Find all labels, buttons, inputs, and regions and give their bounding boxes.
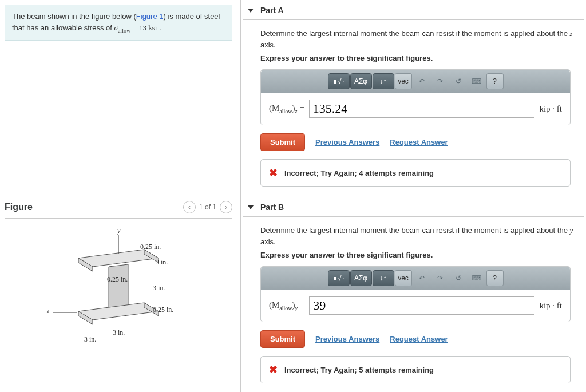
part-b-feedback-text: Incorrect; Try Again; 5 attempts remaini… bbox=[284, 366, 434, 374]
part-b-instruction: Determine the largest internal moment th… bbox=[260, 225, 584, 247]
part-a-answer-box: ∎√▫ ΑΣφ ↓↑ vec ↶ ↷ ↺ ⌨ ? (Mallow)z = kip… bbox=[260, 69, 571, 125]
z-axis-label: z bbox=[47, 307, 50, 315]
subscript-button[interactable]: ↓↑ bbox=[373, 270, 394, 286]
equation-toolbar-a: ∎√▫ ΑΣφ ↓↑ vec ↶ ↷ ↺ ⌨ ? bbox=[261, 70, 570, 93]
dim-025-bot: 0.25 in. bbox=[153, 306, 173, 314]
part-a-submit-button[interactable]: Submit bbox=[260, 133, 305, 151]
part-a-answer-input[interactable] bbox=[309, 100, 535, 118]
greek-button[interactable]: ΑΣφ bbox=[350, 73, 372, 89]
y-axis-label: y bbox=[117, 227, 120, 235]
subscript-button[interactable]: ↓↑ bbox=[373, 73, 394, 89]
redo-button[interactable]: ↷ bbox=[431, 73, 449, 89]
part-a-express: Express your answer to three significant… bbox=[260, 54, 584, 62]
part-b-header[interactable]: Part B bbox=[243, 197, 584, 217]
collapse-icon bbox=[248, 9, 254, 13]
figure-link[interactable]: Figure 1 bbox=[136, 12, 164, 21]
part-b-answer-input[interactable] bbox=[309, 296, 534, 315]
help-button[interactable]: ? bbox=[486, 73, 504, 89]
svg-marker-3 bbox=[109, 264, 128, 309]
dim-3-web: 3 in. bbox=[156, 258, 168, 267]
greek-button[interactable]: ΑΣφ bbox=[350, 270, 372, 286]
part-b-feedback: ✖ Incorrect; Try Again; 5 attempts remai… bbox=[260, 356, 571, 383]
figure-pager: ‹ 1 of 1 › bbox=[183, 201, 232, 213]
part-a-request-answer-link[interactable]: Request Answer bbox=[390, 138, 448, 146]
redo-button[interactable]: ↷ bbox=[431, 270, 449, 286]
part-a-header[interactable]: Part A bbox=[243, 0, 584, 20]
templates-button[interactable]: ∎√▫ bbox=[328, 270, 350, 286]
undo-button[interactable]: ↶ bbox=[413, 270, 430, 286]
figure-prev-button[interactable]: ‹ bbox=[183, 201, 196, 213]
dim-025-top: 0.25 in. bbox=[140, 243, 161, 251]
figure-heading: Figure bbox=[5, 202, 33, 212]
undo-button[interactable]: ↶ bbox=[413, 73, 430, 89]
part-b-previous-answers-link[interactable]: Previous Answers bbox=[315, 335, 379, 343]
figure-pager-text: 1 of 1 bbox=[199, 203, 216, 211]
part-b-title: Part B bbox=[260, 203, 284, 212]
reset-button[interactable]: ↺ bbox=[450, 73, 467, 89]
problem-statement: The beam shown in the figure below (Figu… bbox=[5, 5, 232, 41]
dim-025-web: 0.25 in. bbox=[107, 275, 128, 284]
equation-toolbar-b: ∎√▫ ΑΣφ ↓↑ vec ↶ ↷ ↺ ⌨ ? bbox=[261, 267, 570, 290]
help-button[interactable]: ? bbox=[486, 270, 504, 286]
part-b-express: Express your answer to three significant… bbox=[260, 251, 584, 259]
problem-text-1: The beam shown in the figure below ( bbox=[12, 12, 136, 21]
keyboard-button[interactable]: ⌨ bbox=[468, 73, 485, 89]
part-b-answer-box: ∎√▫ ΑΣφ ↓↑ vec ↶ ↷ ↺ ⌨ ? (Mallow)y = kip… bbox=[260, 266, 571, 322]
vec-button[interactable]: vec bbox=[395, 73, 412, 89]
part-a-variable-label: (Mallow)z = bbox=[269, 104, 304, 114]
part-a-title: Part A bbox=[260, 6, 284, 15]
stress-value: 13 ksi bbox=[139, 23, 157, 32]
part-b-variable-label: (Mallow)y = bbox=[269, 300, 304, 311]
part-a-instruction: Determine the largest internal moment th… bbox=[260, 28, 584, 50]
vec-button[interactable]: vec bbox=[395, 270, 412, 286]
dim-3-web2: 3 in. bbox=[153, 284, 165, 292]
keyboard-button[interactable]: ⌨ bbox=[468, 270, 485, 286]
part-a-feedback: ✖ Incorrect; Try Again; 4 attempts remai… bbox=[260, 159, 571, 187]
figure-next-button[interactable]: › bbox=[220, 201, 232, 213]
part-a-previous-answers-link[interactable]: Previous Answers bbox=[315, 138, 379, 146]
part-b-request-answer-link[interactable]: Request Answer bbox=[390, 335, 448, 343]
part-a-unit: kip · ft bbox=[539, 104, 562, 114]
part-a-feedback-text: Incorrect; Try Again; 4 attempts remaini… bbox=[284, 169, 434, 177]
dim-3-flange1: 3 in. bbox=[113, 328, 125, 337]
part-b-submit-button[interactable]: Submit bbox=[260, 330, 305, 348]
part-b-unit: kip · ft bbox=[539, 301, 562, 311]
collapse-icon bbox=[248, 205, 254, 209]
sigma-symbol: σallow bbox=[114, 23, 131, 32]
reset-button[interactable]: ↺ bbox=[450, 270, 467, 286]
dim-3-flange2: 3 in. bbox=[84, 335, 96, 344]
incorrect-icon: ✖ bbox=[269, 167, 278, 179]
beam-figure: y z 0.25 in. 3 in. 0.25 in. 3 in. 0.25 i… bbox=[44, 227, 193, 347]
templates-button[interactable]: ∎√▫ bbox=[328, 73, 350, 89]
incorrect-icon: ✖ bbox=[269, 363, 278, 376]
